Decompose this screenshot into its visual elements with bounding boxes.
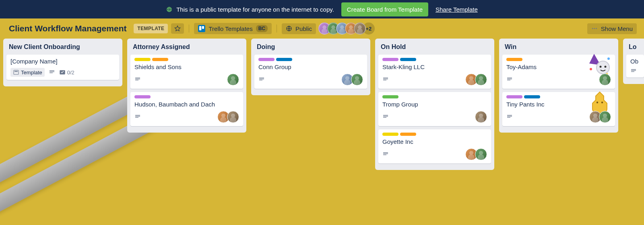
description-icon <box>134 114 141 120</box>
has-description-badge <box>630 68 637 74</box>
svg-point-13 <box>590 68 592 70</box>
card-meta <box>382 111 487 123</box>
card-members <box>341 74 363 86</box>
svg-rect-7 <box>14 70 19 75</box>
list: DoingConn Group <box>251 39 370 95</box>
card[interactable]: Conn Group <box>254 55 367 89</box>
list-title[interactable]: Lo <box>626 42 644 55</box>
card[interactable]: Ob <box>626 55 644 78</box>
board-title[interactable]: Client Workflow Management <box>9 24 126 33</box>
list: Attorney AssignedShields and SonsHudson,… <box>127 39 246 133</box>
label-yellow[interactable] <box>134 58 151 61</box>
has-description-badge <box>134 114 141 120</box>
list-title[interactable]: Doing <box>254 42 367 55</box>
label-orange[interactable] <box>400 133 416 136</box>
show-menu-button[interactable]: Show Menu <box>587 23 637 34</box>
avatar[interactable] <box>599 111 611 123</box>
svg-point-4 <box>592 28 593 29</box>
card-meta <box>134 111 239 123</box>
label-yellow[interactable] <box>382 133 398 136</box>
board-members[interactable]: +2 <box>322 22 375 35</box>
card-title: Hudson, Baumbach and Dach <box>134 101 239 108</box>
card[interactable]: Hudson, Baumbach and Dach <box>130 92 243 126</box>
board-header: Client Workflow Management TEMPLATE Trel… <box>0 18 644 39</box>
template-announcement-bar: This is a public template for anyone on … <box>0 0 644 18</box>
label-blue[interactable] <box>400 58 416 61</box>
description-icon <box>630 68 637 74</box>
card-meta <box>382 74 487 86</box>
card-members <box>217 111 239 123</box>
svg-point-12 <box>605 66 607 68</box>
card[interactable]: Tromp Group <box>378 92 491 126</box>
list: LoOb <box>623 39 644 84</box>
label-orange[interactable] <box>152 58 168 61</box>
card[interactable]: Toy-Adams <box>502 55 615 89</box>
card[interactable]: Goyette Inc <box>378 129 491 164</box>
avatar[interactable] <box>599 74 611 86</box>
card-meta: Template0/2 <box>10 68 115 77</box>
avatar[interactable] <box>354 22 366 35</box>
avatar[interactable] <box>475 74 487 86</box>
gummy-sticker <box>587 89 613 115</box>
description-icon <box>382 151 389 158</box>
announcement-message: This is a public template for anyone on … <box>166 6 334 13</box>
svg-point-10 <box>597 61 609 74</box>
svg-point-16 <box>597 102 598 103</box>
avatar[interactable] <box>227 111 239 123</box>
list-title[interactable]: On Hold <box>378 42 491 55</box>
has-description-badge <box>49 69 55 76</box>
card-title: Tromp Group <box>382 101 487 108</box>
card-labels <box>382 95 487 98</box>
avatar[interactable] <box>351 74 363 86</box>
visibility-chip[interactable]: Public <box>282 23 316 34</box>
list-title[interactable]: Attorney Assigned <box>130 42 243 55</box>
card-labels <box>258 58 363 61</box>
checklist-icon <box>59 69 66 76</box>
has-description-badge <box>506 76 513 83</box>
list: On HoldStark-Kling LLCTromp GroupGoyette… <box>375 39 494 170</box>
create-board-from-template-button[interactable]: Create Board from Template <box>341 2 428 16</box>
show-menu-label: Show Menu <box>601 25 633 32</box>
separator <box>189 25 189 33</box>
template-card-chip: Template <box>10 68 45 77</box>
list-title[interactable]: New Client Onboarding <box>6 42 119 55</box>
star-icon <box>174 25 181 32</box>
avatar[interactable] <box>475 111 487 123</box>
share-template-link[interactable]: Share Template <box>436 6 478 13</box>
card-members <box>599 74 611 86</box>
svg-rect-0 <box>198 25 205 32</box>
card[interactable]: [Company Name]Template0/2 <box>6 55 119 80</box>
card-sticker <box>587 89 613 115</box>
svg-rect-1 <box>199 26 201 31</box>
card[interactable]: Shields and Sons <box>130 55 243 89</box>
label-purple[interactable] <box>382 58 398 61</box>
has-description-badge <box>382 76 389 83</box>
workspace-badge: BC <box>256 25 268 32</box>
svg-point-5 <box>594 28 595 29</box>
card[interactable]: Stark-Kling LLC <box>378 55 491 89</box>
separator <box>277 25 277 33</box>
has-description-badge <box>382 114 389 120</box>
label-purple[interactable] <box>258 58 275 61</box>
card-members <box>465 74 487 86</box>
list: New Client Onboarding[Company Name]Templ… <box>3 39 122 86</box>
label-blue[interactable] <box>524 95 540 98</box>
card[interactable]: Tiny Pants Inc <box>502 92 615 126</box>
label-purple[interactable] <box>506 95 522 98</box>
card-members <box>465 148 487 160</box>
avatar[interactable] <box>475 148 487 160</box>
card-labels <box>382 58 487 61</box>
description-icon <box>506 76 513 83</box>
workspace-chip[interactable]: Trello Templates BC <box>194 23 272 34</box>
template-badge: TEMPLATE <box>134 24 168 33</box>
label-blue[interactable] <box>276 58 292 61</box>
avatar[interactable] <box>227 74 239 86</box>
label-purple[interactable] <box>134 95 151 98</box>
label-green[interactable] <box>382 95 398 98</box>
label-orange[interactable] <box>506 58 522 61</box>
card-sticker <box>587 51 613 77</box>
dots-icon <box>591 25 598 32</box>
star-board-button[interactable] <box>171 23 184 34</box>
svg-point-14 <box>607 57 610 60</box>
card-title: Goyette Inc <box>382 138 487 145</box>
